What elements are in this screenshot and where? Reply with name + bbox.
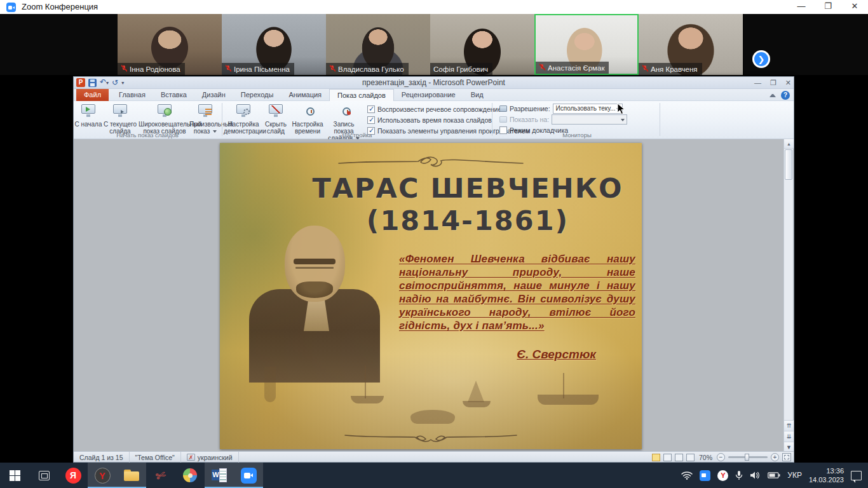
slide-scrollbar[interactable]: ▲ ⇈ ⇊ ▼ <box>783 139 793 452</box>
help-icon[interactable]: ? <box>781 91 790 100</box>
yandex-browser-button[interactable]: Y <box>88 463 117 488</box>
slide-quote-text[interactable]: «Феномен Шевченка відбиває нашу націонал… <box>399 252 635 332</box>
fit-to-window-button[interactable] <box>782 453 791 461</box>
normal-view-button[interactable] <box>652 454 660 461</box>
tab-file[interactable]: Файл <box>76 89 109 101</box>
task-view-button[interactable] <box>29 463 58 488</box>
ppt-close-button[interactable]: ✕ <box>785 78 791 88</box>
broadcast-slideshow-button[interactable]: Широковещательный показ слайдов <box>139 103 191 135</box>
yandex-icon: Я <box>65 468 81 484</box>
yandex-tray-icon[interactable]: Y <box>717 470 728 481</box>
previous-slide-button[interactable]: ⇈ <box>784 420 794 431</box>
next-slide-button[interactable]: ⇊ <box>784 431 794 442</box>
powerpoint-window: P ↶▾ ↺ ▾ презентація_захід - Microsoft P… <box>73 76 794 463</box>
tab-insert[interactable]: Вставка <box>153 89 194 101</box>
custom-slideshow-button[interactable]: Произвольный показ <box>189 103 221 135</box>
record-show-icon <box>334 103 353 119</box>
zoom-restore-button[interactable]: ❐ <box>815 0 841 14</box>
slideshow-view-button[interactable] <box>686 454 695 461</box>
tab-home[interactable]: Главная <box>111 89 153 101</box>
file-explorer-button[interactable] <box>117 463 146 488</box>
participant-tile-active-speaker[interactable]: Анастасія Єрмак <box>534 14 639 75</box>
resolution-icon <box>499 105 507 112</box>
action-center-icon[interactable] <box>851 471 862 480</box>
muted-mic-icon <box>121 65 127 73</box>
clock-icon <box>298 103 317 119</box>
reading-view-button[interactable] <box>675 454 683 461</box>
scissors-icon: ✄ <box>154 466 168 484</box>
snipping-tool-button[interactable]: ✄ <box>146 463 175 488</box>
battery-icon[interactable] <box>768 471 780 479</box>
tab-view[interactable]: Вид <box>463 89 491 101</box>
word-button[interactable]: W <box>205 463 234 488</box>
participant-tile[interactable]: Інна Родіонова <box>118 14 222 75</box>
speaker-icon[interactable] <box>750 471 761 480</box>
zoom-tray-icon[interactable] <box>700 470 710 481</box>
participant-name: Анастасія Єрмак <box>548 64 604 72</box>
slide-sorter-view-button[interactable] <box>663 454 672 461</box>
checkbox-icon <box>367 105 375 113</box>
wifi-icon[interactable] <box>681 471 693 480</box>
rehearse-timings-button[interactable]: Настройка времени <box>290 103 325 135</box>
paint-button[interactable] <box>175 463 205 488</box>
tab-design[interactable]: Дизайн <box>194 89 233 101</box>
yandex-browser-icon: Y <box>95 468 111 484</box>
play-from-start-icon <box>79 103 98 119</box>
zoom-taskbar-button[interactable] <box>234 463 263 488</box>
participant-tile[interactable]: Софія Грибович <box>430 14 534 75</box>
powerpoint-titlebar: P ↶▾ ↺ ▾ презентація_захід - Microsoft P… <box>74 77 794 89</box>
zoom-slider[interactable] <box>728 456 768 458</box>
windows-logo-icon <box>10 470 20 481</box>
tab-animations[interactable]: Анимация <box>281 89 329 101</box>
zoom-close-button[interactable]: ✕ <box>841 0 868 14</box>
tab-transitions[interactable]: Переходы <box>233 89 281 101</box>
clock[interactable]: 13:36 14.03.2023 <box>809 466 844 485</box>
resolution-dropdown[interactable]: Использовать теку... <box>553 104 623 114</box>
custom-show-icon <box>196 103 215 119</box>
next-participants-page-button[interactable]: ❯ <box>752 50 770 68</box>
tab-review[interactable]: Рецензирование <box>394 89 463 101</box>
collapse-ribbon-icon[interactable] <box>770 93 776 97</box>
slide-canvas[interactable]: ТАРАС ШЕВЧЕНКО (1814-1861) «Феномен Шевч… <box>220 143 642 449</box>
show-on-dropdown <box>552 114 627 125</box>
ppt-restore-button[interactable]: ❐ <box>770 78 776 88</box>
tab-slideshow[interactable]: Показ слайдов <box>329 89 394 101</box>
muted-mic-icon <box>539 64 545 72</box>
ppt-minimize-button[interactable]: — <box>754 78 761 88</box>
start-button[interactable] <box>0 463 29 488</box>
spellcheck-status[interactable]: украинский <box>181 452 239 463</box>
scrollbar-thumb[interactable] <box>785 149 792 180</box>
tray-date: 14.03.2023 <box>809 475 844 484</box>
hide-slide-button[interactable]: Скрыть слайд <box>263 103 288 135</box>
group-label-start-slideshow: Начать показ слайдов <box>74 132 221 139</box>
participant-tile[interactable]: Владислава Гулько <box>326 14 430 75</box>
word-icon: W <box>212 468 227 482</box>
slide-counter: Слайд 1 из 15 <box>74 452 130 463</box>
bottom-flourish-ornament <box>342 429 520 444</box>
participant-tile[interactable]: Аня Кравченя <box>639 14 743 75</box>
zoom-in-button[interactable]: + <box>771 453 779 461</box>
resolution-row: Разрешение: Использовать теку... <box>499 104 627 114</box>
mouse-cursor <box>617 103 625 115</box>
play-from-current-icon <box>111 103 130 119</box>
scroll-up-icon[interactable]: ▲ <box>784 139 794 149</box>
from-current-slide-button[interactable]: С текущего слайда <box>102 103 139 135</box>
powerpoint-window-title: презентація_захід - Microsoft PowerPoint <box>74 77 794 89</box>
muted-mic-icon <box>329 65 336 73</box>
setup-slideshow-button[interactable]: Настройка демонстрации <box>224 103 263 135</box>
microphone-icon[interactable] <box>735 470 743 480</box>
show-on-icon <box>499 116 507 123</box>
setup-show-icon <box>234 103 253 119</box>
zoom-level: 70% <box>699 454 712 461</box>
task-view-icon <box>39 471 50 480</box>
zoom-slider-thumb[interactable] <box>745 454 749 461</box>
yandex-app-button[interactable]: Я <box>58 463 88 488</box>
zoom-out-button[interactable]: − <box>717 453 725 461</box>
windows-taskbar: Я Y ✄ W Y <box>0 463 868 488</box>
participant-tile[interactable]: Ірина Пісьменна <box>222 14 326 75</box>
zoom-minimize-button[interactable]: — <box>788 0 815 14</box>
broadcast-icon <box>155 103 174 119</box>
top-flourish-ornament <box>336 153 526 170</box>
language-indicator[interactable]: УКР <box>787 471 802 480</box>
from-beginning-button[interactable]: С начала <box>74 103 103 128</box>
